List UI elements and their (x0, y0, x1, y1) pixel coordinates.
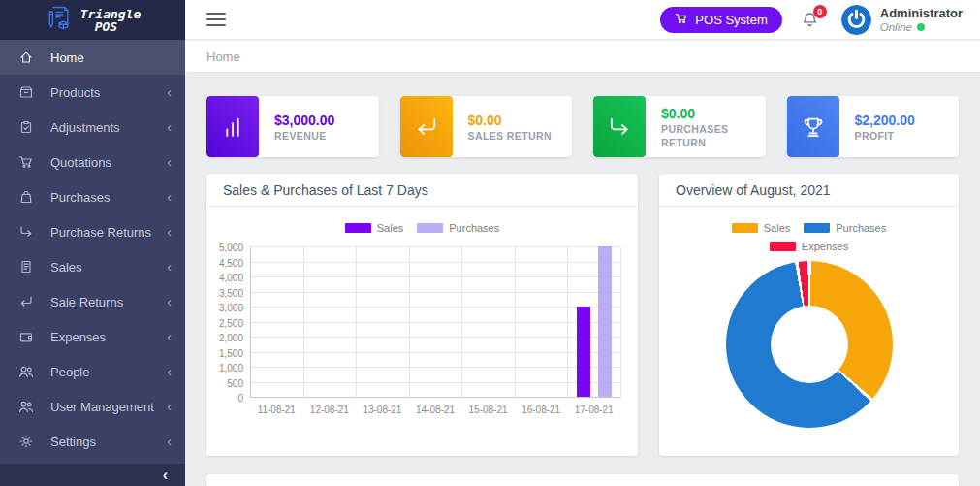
sidebar-item-label: Sale Returns (50, 295, 167, 309)
chevron-left-icon: ‹ (167, 365, 172, 378)
sidebar-item-label: Quotations (50, 155, 167, 170)
products-box-icon (18, 84, 34, 100)
x-axis-label: 13-08-21 (363, 405, 401, 415)
sidebar-item-label: Sales (50, 260, 167, 275)
pos-system-button[interactable]: POS System (660, 7, 781, 33)
shopping-cart-icon (18, 154, 34, 170)
stat-value: $0.00 (661, 105, 766, 122)
x-axis-label: 17-08-21 (575, 405, 614, 415)
sidebar-item-sales[interactable]: Sales‹ (0, 249, 185, 284)
donut-chart-legend: SalesPurchasesExpenses (700, 207, 918, 252)
stat-value: $3,000.00 (274, 112, 334, 129)
sidebar: Triangle POS HomeProducts‹Adjustments‹Qu… (0, 0, 185, 486)
stat-card-revenue: $3,000.00REVENUE (206, 96, 379, 157)
legend-swatch (732, 223, 758, 233)
bar-purchases-17-08-21 (598, 246, 612, 397)
overview-donut-card: Overview of August, 2021 SalesPurchasesE… (659, 174, 959, 456)
chart-title: Overview of August, 2021 (676, 182, 831, 198)
legend-item-sales: Sales (732, 222, 791, 234)
stat-label: SALES RETURN (468, 129, 552, 143)
legend-label: Purchases (836, 222, 886, 234)
chevron-left-icon: ‹ (163, 468, 168, 483)
legend-swatch (770, 242, 796, 251)
stat-card-profit: $2,200.00PROFIT (787, 96, 960, 157)
pos-dashboard: Triangle POS HomeProducts‹Adjustments‹Qu… (0, 0, 980, 486)
chevron-left-icon: ‹ (167, 435, 172, 448)
notification-badge: 0 (813, 5, 827, 18)
hamburger-menu-icon[interactable] (206, 13, 226, 26)
legend-label: Expenses (802, 241, 848, 252)
sidebar-item-label: Purchases (50, 190, 167, 205)
online-dot (917, 23, 925, 31)
legend-label: Sales (764, 222, 791, 234)
sidebar-item-quotations[interactable]: Quotations‹ (0, 145, 185, 179)
legend-swatch (417, 223, 443, 233)
stat-card-purchases-return: $0.00PURCHASES RETURN (593, 96, 766, 157)
legend-label: Sales (377, 222, 404, 234)
stat-value: $2,200.00 (855, 112, 915, 129)
chevron-left-icon: ‹ (167, 225, 172, 239)
chevron-left-icon: ‹ (167, 260, 172, 274)
bar-chart: SalesPurchases 05001,0001,5002,0002,5003… (206, 207, 638, 456)
sidebar-item-people[interactable]: People‹ (0, 354, 185, 389)
brand-name: Triangle POS (80, 8, 142, 33)
user-status: Online (880, 20, 963, 34)
sidebar-item-user-management[interactable]: User Management‹ (0, 389, 185, 424)
sidebar-item-label: Expenses (50, 330, 167, 344)
shopping-bag-icon (18, 189, 34, 205)
stats-row: $3,000.00REVENUE$0.00SALES RETURN$0.00PU… (206, 96, 959, 157)
sidebar-item-adjustments[interactable]: Adjustments‹ (0, 110, 185, 145)
home-icon (18, 49, 34, 65)
triangle-pos-logo-icon (45, 3, 74, 38)
breadcrumb-bar: Home (185, 41, 980, 73)
chevron-left-icon: ‹ (167, 155, 172, 169)
topbar: POS System 0 (185, 0, 980, 40)
corner-down-left-icon (18, 294, 34, 309)
shopping-cart-icon (675, 12, 688, 28)
stat-label: PURCHASES RETURN (661, 122, 766, 149)
x-axis-label: 11-08-21 (258, 405, 296, 415)
notifications-button[interactable]: 0 (800, 10, 820, 30)
chevron-left-icon: ‹ (167, 400, 172, 413)
corner-down-left-icon (400, 96, 453, 157)
gear-icon (18, 434, 34, 449)
chevron-left-icon: ‹ (167, 85, 172, 99)
sidebar-item-purchase-returns[interactable]: Purchase Returns‹ (0, 214, 185, 249)
stat-value: $0.00 (468, 112, 552, 129)
breadcrumb[interactable]: Home (206, 49, 240, 64)
sidebar-item-expenses[interactable]: Expenses‹ (0, 319, 185, 354)
legend-item-expenses: Expenses (770, 241, 848, 252)
main-content: $3,000.00REVENUE$0.00SALES RETURN$0.00PU… (185, 74, 980, 486)
sidebar-item-label: Settings (50, 435, 167, 449)
trophy-icon (787, 96, 839, 157)
sidebar-item-sale-returns[interactable]: Sale Returns‹ (0, 284, 185, 319)
sidebar-item-label: Adjustments (50, 120, 167, 135)
next-section-card (206, 474, 959, 486)
user-name: Administrator (880, 6, 963, 20)
sidebar-item-label: Purchase Returns (50, 225, 167, 240)
bar-chart-legend: SalesPurchases (206, 207, 638, 234)
legend-label: Purchases (449, 222, 499, 234)
sidebar-collapse-button[interactable]: ‹ (0, 464, 185, 486)
x-axis-label: 12-08-21 (310, 405, 349, 415)
brand-logo[interactable]: Triangle POS (0, 0, 185, 40)
sidebar-item-label: Home (50, 50, 172, 65)
stat-card-sales-return: $0.00SALES RETURN (400, 96, 573, 157)
sidebar-menu: HomeProducts‹Adjustments‹Quotations‹Purc… (0, 40, 185, 459)
corner-down-right-icon (593, 96, 646, 157)
sidebar-item-label: Products (50, 85, 167, 100)
legend-item-purchases: Purchases (804, 222, 886, 234)
clipboard-check-icon (18, 119, 34, 135)
sidebar-item-products[interactable]: Products‹ (0, 75, 185, 110)
wallet-icon (18, 329, 34, 344)
user-menu[interactable]: Administrator Online (841, 5, 963, 35)
x-axis-label: 14-08-21 (416, 405, 455, 415)
sidebar-item-purchases[interactable]: Purchases‹ (0, 179, 185, 214)
x-axis-label: 16-08-21 (522, 405, 560, 415)
sidebar-item-home[interactable]: Home (0, 40, 185, 75)
receipt-icon (18, 259, 34, 275)
stat-label: REVENUE (274, 129, 334, 143)
donut-hole (771, 306, 848, 383)
corner-down-right-icon (18, 224, 34, 240)
sidebar-item-settings[interactable]: Settings‹ (0, 424, 185, 459)
